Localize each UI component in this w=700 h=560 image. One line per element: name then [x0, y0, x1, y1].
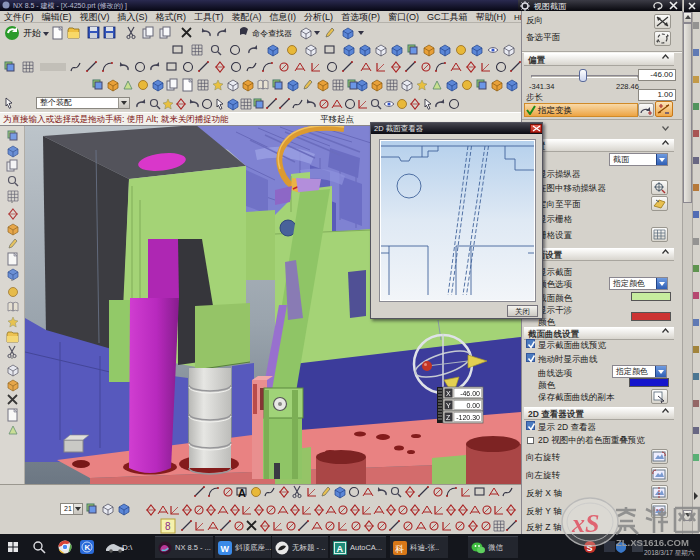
- svg-text:命令查找器: 命令查找器: [252, 29, 292, 38]
- svg-text:W: W: [221, 544, 230, 554]
- svg-text:-46.00: -46.00: [460, 390, 480, 397]
- svg-text:X: X: [446, 390, 451, 397]
- svg-text:Z: Z: [446, 414, 451, 421]
- svg-text:开始: 开始: [23, 28, 41, 38]
- svg-text:8: 8: [165, 521, 171, 532]
- svg-text:0.00: 0.00: [466, 402, 480, 409]
- svg-text:-120.30: -120.30: [456, 414, 480, 421]
- svg-text:科: 科: [395, 544, 404, 554]
- svg-text:D:\: D:\: [122, 543, 133, 552]
- svg-text:A: A: [238, 487, 246, 499]
- svg-text:Y: Y: [446, 402, 451, 409]
- svg-text:A: A: [337, 544, 344, 554]
- svg-text:S: S: [587, 543, 593, 553]
- svg-text:K: K: [85, 543, 91, 552]
